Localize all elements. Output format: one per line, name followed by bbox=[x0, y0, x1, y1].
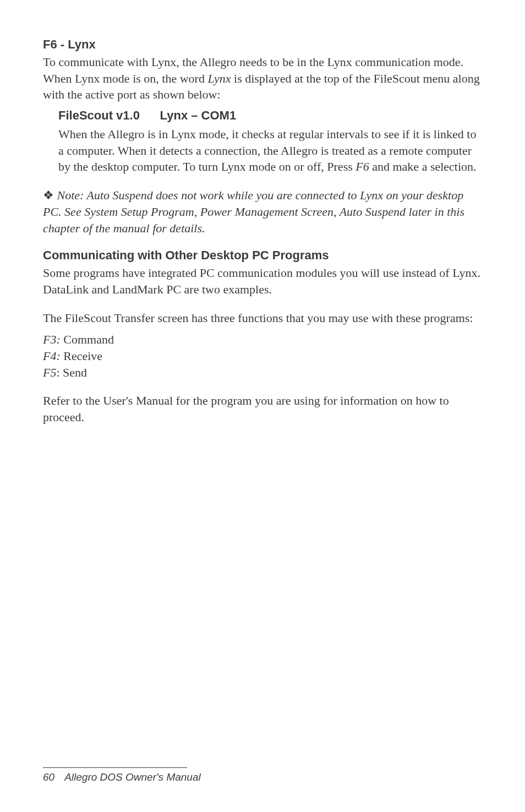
list-item: F4: Receive bbox=[43, 348, 482, 364]
page-footer: 60 Allegro DOS Owner's Manual bbox=[43, 767, 482, 783]
list-key: F3: bbox=[43, 333, 61, 346]
footer-row: 60 Allegro DOS Owner's Manual bbox=[43, 771, 482, 783]
list-label: Receive bbox=[61, 349, 102, 363]
footer-divider bbox=[43, 767, 187, 768]
text-italic-f6: F6 bbox=[356, 160, 369, 173]
paragraph-lynx-mode: When the Allegro is in Lynx mode, it che… bbox=[58, 126, 477, 175]
footer-title: Allegro DOS Owner's Manual bbox=[64, 771, 201, 783]
text-italic-lynx: Lynx bbox=[207, 72, 231, 85]
page-number: 60 bbox=[43, 771, 54, 783]
paragraph-refer: Refer to the User's Manual for the progr… bbox=[43, 393, 482, 425]
heading-f6-lynx: F6 - Lynx bbox=[43, 37, 482, 52]
list-item: F5: Send bbox=[43, 364, 482, 381]
note-text: Note: Auto Suspend does not work while y… bbox=[43, 188, 464, 235]
paragraph-filescout-transfer: The FileScout Transfer screen has three … bbox=[43, 310, 482, 326]
list-item: F3: Command bbox=[43, 331, 482, 348]
diamond-icon: ❖ bbox=[43, 188, 54, 202]
heading-communicating: Communicating with Other Desktop PC Prog… bbox=[43, 248, 482, 263]
note-auto-suspend: ❖ Note: Auto Suspend does not work while… bbox=[43, 187, 482, 236]
filescout-heading: FileScout v1.0 Lynx – COM1 bbox=[58, 108, 477, 123]
list-key: F5 bbox=[43, 366, 56, 379]
list-label: Command bbox=[61, 333, 114, 346]
list-label: : Send bbox=[56, 366, 87, 379]
function-list: F3: Command F4: Receive F5: Send bbox=[43, 331, 482, 380]
section-f6-lynx: F6 - Lynx To communicate with Lynx, the … bbox=[43, 37, 482, 175]
section-communicating: Communicating with Other Desktop PC Prog… bbox=[43, 248, 482, 426]
list-key: F4: bbox=[43, 349, 61, 363]
paragraph-programs: Some programs have integrated PC communi… bbox=[43, 265, 482, 297]
paragraph-lynx-intro: To communicate with Lynx, the Allegro ne… bbox=[43, 54, 482, 103]
text-part: and make a selection. bbox=[369, 160, 477, 173]
indent-block: FileScout v1.0 Lynx – COM1 When the Alle… bbox=[43, 108, 482, 175]
